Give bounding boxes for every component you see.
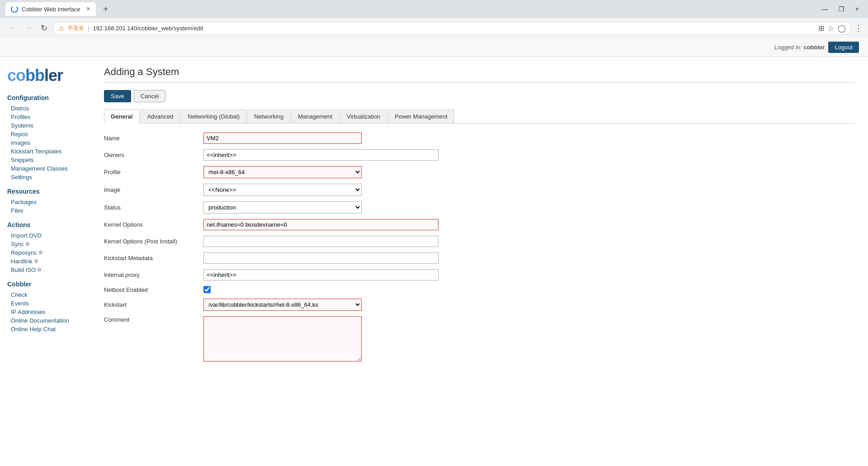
image-select[interactable]: <<None>> [203,184,362,196]
sidebar-item-sync[interactable]: Sync ⚙ [7,240,83,248]
sidebar-item-settings[interactable]: Settings [7,173,83,181]
owners-label: Owners [104,152,203,158]
sidebar-item-profiles[interactable]: Profiles [7,113,83,121]
tab-spinner [11,5,18,13]
kernel-options-post-input[interactable] [203,236,439,247]
page-wrapper: Logged in: cobbler Logout cobbler Config… [0,38,868,466]
logo-text: cobbler [7,66,83,85]
tab-power-management[interactable]: Power Management [388,109,454,123]
status-row: Status production development testing de… [104,201,854,214]
sidebar-item-kickstart-templates[interactable]: Kickstart Templates [7,147,83,156]
logged-in-user: cobbler [803,44,825,51]
internal-proxy-input[interactable] [203,269,439,281]
comment-textarea[interactable] [203,316,362,361]
tab-virtualization[interactable]: Virtualization [340,109,387,123]
sync-gear-icon: ⚙ [25,241,30,247]
sidebar-item-snippets[interactable]: Snippets [7,156,83,164]
main-content: Adding a System Save Cancel General Adva… [90,57,868,376]
kernel-options-input[interactable] [203,219,439,230]
tab-title: Cobbler Web Interface [22,6,80,13]
sidebar-item-reposync[interactable]: Reposync ⚙ [7,248,83,257]
browser-right-icons: ⋮ [854,23,863,33]
star-icon[interactable]: ☆ [828,24,834,33]
kickstart-metadata-input[interactable] [203,252,439,264]
profile-label: Profile [104,169,203,176]
sidebar-item-packages[interactable]: Packages [7,198,83,206]
sidebar-item-images[interactable]: Images [7,138,83,147]
profile-select[interactable]: rhel-8-x86_64 [203,166,362,178]
tabs-bar: General Advanced Networking (Global) Net… [104,109,854,124]
sidebar-item-online-documentation[interactable]: Online Documentation [7,316,83,325]
tab-networking-global[interactable]: Networking (Global) [181,109,246,123]
netboot-checkbox[interactable] [203,286,211,293]
tab-general[interactable]: General [104,109,139,124]
sync-label: Sync [11,241,24,247]
page-title: Adding a System [104,66,854,83]
kickstart-label: Kickstart [104,301,203,308]
sidebar-item-online-help-chat[interactable]: Online Help Chat [7,325,83,333]
forward-button[interactable]: → [22,22,35,35]
sidebar-item-distros[interactable]: Distros [7,104,83,113]
sidebar-item-ip-addresses[interactable]: IP Addresses [7,308,83,316]
back-button[interactable]: ← [5,22,19,35]
tab-advanced[interactable]: Advanced [140,109,180,123]
sidebar-item-check[interactable]: Check [7,290,83,299]
owners-row: Owners [104,149,854,161]
kickstart-row: Kickstart /var/lib/cobbler/kickstarts/rh… [104,299,854,311]
browser-chrome: Cobbler Web Interface × + — ❐ × ← → ↻ ⚠ … [0,0,868,38]
hardlink-gear-icon: ⚙ [34,258,38,264]
translate-icon[interactable]: ⊞ [818,24,824,33]
status-label: Status [104,204,203,211]
cancel-button[interactable]: Cancel [134,90,165,102]
menu-icon[interactable]: ⋮ [854,23,863,33]
window-close-button[interactable]: × [852,4,863,14]
profile-row: Profile rhel-8-x86_64 [104,166,854,178]
sidebar-item-build-iso[interactable]: Build ISO ⚙ [7,266,83,274]
sidebar-item-import-dvd[interactable]: Import DVD [7,231,83,240]
window-minimize-button[interactable]: — [818,4,831,14]
window-maximize-button[interactable]: ❐ [835,4,848,14]
tab-management[interactable]: Management [291,109,339,123]
sidebar-item-hardlink[interactable]: Hardlink ⚙ [7,257,83,266]
save-button[interactable]: Save [104,90,131,102]
build-iso-label: Build ISO [11,266,36,273]
security-warning-text: 不安全 [68,24,84,32]
name-label: Name [104,135,203,142]
internal-proxy-row: Internal proxy [104,269,854,281]
sidebar-item-repos[interactable]: Repos [7,130,83,138]
image-label: Image [104,186,203,193]
browser-navbar: ← → ↻ ⚠ 不安全 | 192.168.201.140/cobbler_we… [0,18,868,38]
reposync-gear-icon: ⚙ [38,250,43,256]
build-iso-gear-icon: ⚙ [37,267,42,273]
hardlink-label: Hardlink [11,258,33,265]
sidebar-item-management-classes[interactable]: Management Classes [7,164,83,173]
configuration-section-title: Configuration [7,94,83,101]
address-bar[interactable]: ⚠ 不安全 | 192.168.201.140/cobbler_web/syst… [53,22,852,35]
comment-label: Comment [104,316,203,323]
security-warning-icon: ⚠ [59,25,64,32]
browser-tab[interactable]: Cobbler Web Interface × [5,2,96,16]
browser-titlebar: Cobbler Web Interface × + — ❐ × [0,0,868,18]
tab-networking[interactable]: Networking [247,109,290,123]
comment-row: Comment [104,316,854,361]
sidebar-item-systems[interactable]: Systems [7,121,83,130]
cobbler-logo: cobbler [7,66,83,85]
owners-input[interactable] [203,149,439,161]
page-body: cobbler Configuration Distros Profiles S… [0,57,868,376]
address-separator: | [88,25,89,32]
new-tab-button[interactable]: + [99,2,112,16]
status-select[interactable]: production development testing decommiss… [203,201,362,214]
logout-button[interactable]: Logout [828,42,859,53]
kernel-options-post-label: Kernel Options (Post Install) [104,238,203,245]
name-input[interactable] [203,133,362,144]
sidebar-item-files[interactable]: Files [7,206,83,215]
address-url[interactable]: 192.168.201.140/cobbler_web/system/edit [93,25,815,32]
sidebar-item-events[interactable]: Events [7,299,83,308]
actions-section-title: Actions [7,221,83,228]
kernel-options-post-row: Kernel Options (Post Install) [104,236,854,247]
kickstart-select[interactable]: /var/lib/cobbler/kickstarts/rhel-8-x86_6… [203,299,362,311]
name-row: Name [104,133,854,144]
tab-close-button[interactable]: × [86,5,90,13]
reload-button[interactable]: ↻ [38,21,50,35]
profile-icon[interactable]: ◯ [838,24,846,33]
